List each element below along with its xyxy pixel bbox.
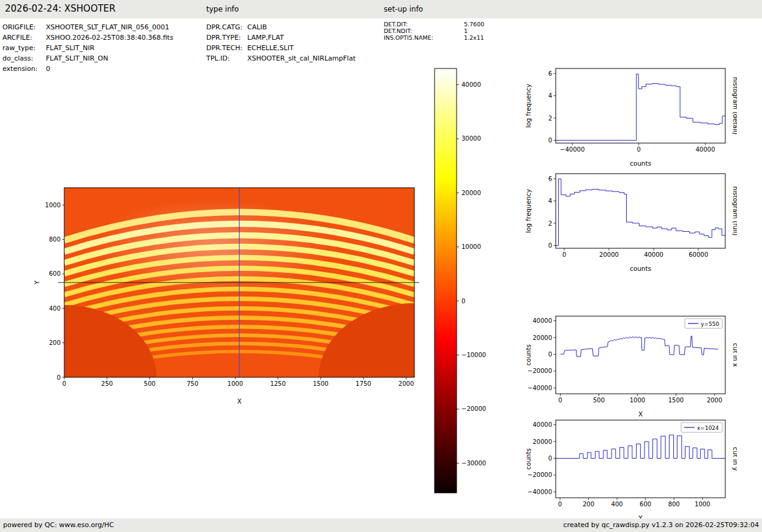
cut-in-y-plot: 02004006008001000−40000−2000002000040000… [521,415,737,523]
tick-label: −20000 [528,368,552,374]
hist_full-canvas: 02000040000600000246countslog frequencyh… [521,169,737,274]
tick-label: 20000 [532,334,552,341]
tick-label: −40000 [528,385,552,391]
metadata-row: raw_type:FLAT_SLIT_NIR [2,43,173,53]
colorbar-tick-label: 30000 [461,135,481,142]
metadata-value: 0 [46,64,50,74]
metadata-row: do_class:FLAT_SLIT_NIR_ON [2,53,173,64]
metadata-value: FLAT_SLIT_NIR_ON [46,53,108,64]
legend-label: y=550 [701,321,719,327]
tick-label: 6 [548,175,552,182]
cut_x-canvas: 0500100015002000−40000−2000002000040000X… [521,311,737,419]
tick-label: 1250 [270,380,285,387]
metadata-label: DPR.TECH: [206,43,247,53]
cut_y-canvas: 02004006008001000−40000−2000002000040000… [521,415,737,523]
histogram-full-plot: 02000040000600000246countslog frequencyh… [521,169,737,274]
metadata-row: DPR.TYPE:LAMP,FLAT [206,32,356,43]
tick-label: 0 [548,455,552,462]
metadata-label: DET.NDIT: [384,28,464,34]
tick-label: 60000 [689,251,708,258]
metadata-row: DET.NDIT:1 [384,28,484,34]
hist_detail-canvas: −400000400000246countslog frequencyhisto… [521,64,737,169]
metadata-value: XSHOO.2026-02-25T08:38:40.368.fits [46,32,173,43]
metadata-value: XSHOOTER_SLT_FLAT_NIR_056_0001 [46,22,169,32]
tick-label: 1500 [313,380,328,387]
main-image-plot: 0250500750100012501500175020000200400600… [24,180,441,407]
metadata-value: FLAT_SLIT_NIR [46,43,94,53]
x-axis-label: counts [630,265,651,272]
tick-label: −20000 [528,471,552,478]
metadata-row: DPR.TECH:ECHELLE,SLIT [206,43,356,53]
qc-report-page: 2026-02-24: XSHOOTER type info set-up in… [0,0,762,532]
tick-label: 800 [49,236,61,243]
tick-label: 400 [611,501,623,508]
tick-label: 4 [548,198,552,204]
x-axis-label: X [237,397,241,405]
main_image-canvas: 0250500750100012501500175020000200400600… [24,180,441,407]
right-axis-label: histogram (full) [732,187,737,236]
metadata-label: extension: [2,64,46,74]
tick-label: 2000 [398,380,414,387]
x-axis-label: counts [630,160,651,167]
colorbar-gradient [435,68,457,493]
tick-label: 2 [548,220,552,227]
colorbar-tick-label: −20000 [461,405,486,412]
metadata-label: INS.OPTI5.NAME: [384,34,464,41]
right-axis-label: histogram (detail) [732,77,737,135]
tick-label: 1000 [630,397,645,404]
data-series-line [556,74,725,140]
tick-label: −40000 [560,146,585,153]
data-series-line [556,179,725,246]
metadata-value: 1 [464,28,468,34]
tick-label: 1000 [228,380,243,387]
metadata-row: DET.DIT:5.7600 [384,21,484,28]
tick-label: 0 [548,351,552,358]
tick-label: 1000 [45,202,61,209]
tick-label: 200 [583,501,594,508]
tick-label: 20000 [599,251,619,258]
header-bar: 2026-02-24: XSHOOTER type info set-up in… [0,0,762,18]
metadata-label: TPL.ID: [206,53,247,64]
tick-label: 0 [558,397,562,404]
metadata-label: DPR.CATG: [206,22,247,32]
metadata-label: ARCFILE: [2,32,46,43]
tick-label: 0 [548,137,552,144]
footer-bar: powered by QC: www.eso.org/HC created by… [0,519,762,532]
y-axis-label: Y [33,280,40,285]
metadata-type-info: DPR.CATG:CALIBDPR.TYPE:LAMP,FLATDPR.TECH… [206,22,356,64]
tick-label: 40000 [532,421,552,428]
footer-right-text: created by qc_rawdisp.py v1.2.3 on 2026-… [563,519,759,532]
metadata-setup-info: DET.DIT:5.7600DET.NDIT:1INS.OPTI5.NAME:1… [384,21,484,41]
tick-label: 400 [49,305,61,312]
tick-label: 40000 [532,317,552,324]
tick-label: 750 [187,380,198,387]
tick-label: 600 [640,501,651,508]
tick-label: 0 [62,380,66,387]
y-axis-label: counts [525,448,532,470]
data-series-line [556,435,725,458]
y-axis-label: counts [525,344,532,366]
data-series-line [561,336,719,357]
colorbar-tick-label: 0 [461,298,465,305]
metadata-file-info: ORIGFILE:XSHOOTER_SLT_FLAT_NIR_056_0001A… [2,22,173,74]
metadata-value: CALIB [247,22,267,32]
metadata-value: ECHELLE,SLIT [247,43,294,53]
metadata-label: do_class: [2,53,46,64]
tick-label: 250 [101,380,113,387]
histogram-detail-plot: −400000400000246countslog frequencyhisto… [521,64,737,169]
bright-core-glow [92,198,331,295]
metadata-value: XSHOOTER_slt_cal_NIRLampFlat [247,53,356,64]
tick-label: 0 [57,374,61,381]
colorbar-canvas: 400003000020000100000−10000−20000−30000 [431,64,511,497]
tick-label: 1750 [356,380,371,387]
y-axis-label: log frequency [525,189,532,233]
tick-label: 2000 [707,397,722,404]
metadata-label: DPR.TYPE: [206,32,247,43]
tick-label: 1000 [695,501,710,508]
tick-label: 6 [548,70,552,77]
metadata-row: INS.OPTI5.NAME:1.2x11 [384,34,484,41]
tick-label: 2 [548,115,552,122]
metadata-label: DET.DIT: [384,21,464,28]
tick-label: 40000 [696,146,715,153]
page-title: 2026-02-24: XSHOOTER [5,3,116,14]
